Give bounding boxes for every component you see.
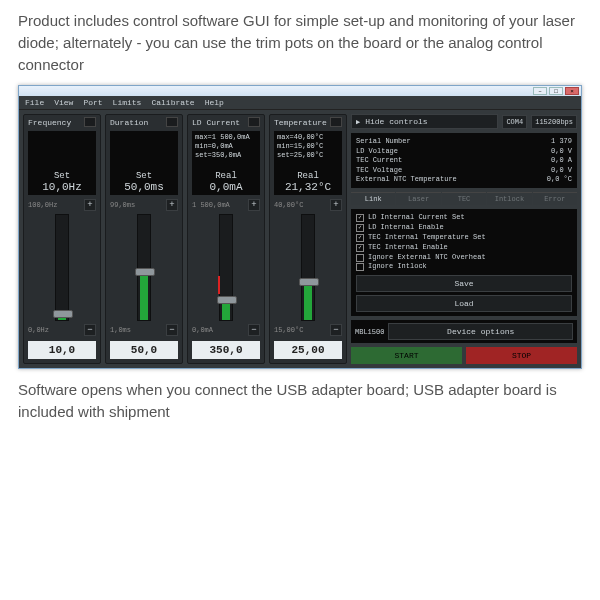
slider-knob[interactable] (217, 296, 237, 304)
slider-track[interactable] (55, 214, 69, 321)
menu-calibrate[interactable]: Calibrate (151, 98, 194, 107)
checkbox-label: Ignore External NTC Overheat (368, 253, 486, 263)
hide-controls-button[interactable]: Hide controls (351, 114, 498, 129)
checkbox[interactable] (356, 254, 364, 262)
load-button[interactable]: Load (356, 295, 572, 312)
channel-toggle[interactable] (248, 117, 260, 127)
tab-link[interactable]: Link (351, 192, 395, 205)
menu-limits[interactable]: Limits (113, 98, 142, 107)
caption-bottom: Software opens when you connect the USB … (18, 379, 582, 423)
tab-intlock[interactable]: Intlock (487, 192, 531, 205)
slider-min: 1,0ms (110, 326, 131, 334)
channel-duration: Duration Set50,0ms 99,0ms+ 1,0ms− 50,0 (105, 114, 183, 364)
close-button[interactable]: × (565, 87, 579, 95)
checkbox-label: TEC Internal Temperature Set (368, 233, 486, 243)
plus-button[interactable]: + (84, 199, 96, 211)
tab-laser[interactable]: Laser (396, 192, 440, 205)
menu-file[interactable]: File (25, 98, 44, 107)
slider-knob[interactable] (53, 310, 73, 318)
channel-display: max=40,00°Cmin=15,00°Cset=25,00°CReal21,… (274, 131, 342, 195)
slider-track[interactable] (219, 214, 233, 321)
device-label: MBL1500 (355, 328, 384, 336)
checkbox-label: LD Internal Enable (368, 223, 444, 233)
minus-button[interactable]: − (330, 324, 342, 336)
info-row: External NTC Temperature0,0 °C (356, 175, 572, 184)
channel-input[interactable]: 10,0 (28, 341, 96, 359)
baud-select[interactable]: 115200bps (531, 115, 577, 129)
channel-input[interactable]: 350,0 (192, 341, 260, 359)
slider-max: 100,0Hz (28, 201, 57, 209)
checkbox-label: LD Internal Current Set (368, 213, 465, 223)
menu-view[interactable]: View (54, 98, 73, 107)
minimize-button[interactable]: – (533, 87, 547, 95)
checkbox-label: TEC Internal Enable (368, 243, 448, 253)
channel-toggle[interactable] (330, 117, 342, 127)
info-row: LD Voltage0,0 V (356, 147, 572, 156)
slider-min: 0,0mA (192, 326, 213, 334)
checkbox-row[interactable]: Ignore External NTC Overheat (356, 253, 572, 263)
plus-button[interactable]: + (248, 199, 260, 211)
checkbox-row[interactable]: TEC Internal Temperature Set (356, 233, 572, 243)
checkbox[interactable] (356, 214, 364, 222)
slider-max: 1 500,0mA (192, 201, 230, 209)
channel-title: Frequency (28, 118, 71, 127)
checkbox[interactable] (356, 263, 364, 271)
slider-max: 99,0ms (110, 201, 135, 209)
minus-button[interactable]: − (248, 324, 260, 336)
menu-help[interactable]: Help (205, 98, 224, 107)
start-button[interactable]: START (351, 347, 462, 364)
channel-frequency: Frequency Set10,0Hz 100,0Hz+ 0,0Hz− 10,0 (23, 114, 101, 364)
checkbox[interactable] (356, 234, 364, 242)
plus-button[interactable]: + (166, 199, 178, 211)
slider-max: 40,00°C (274, 201, 303, 209)
channel-input[interactable]: 50,0 (110, 341, 178, 359)
channel-toggle[interactable] (84, 117, 96, 127)
info-row: TEC Current0,0 A (356, 156, 572, 165)
minus-button[interactable]: − (84, 324, 96, 336)
checkbox-row[interactable]: TEC Internal Enable (356, 243, 572, 253)
slider-min: 0,0Hz (28, 326, 49, 334)
menu-port[interactable]: Port (83, 98, 102, 107)
channel-title: LD Current (192, 118, 240, 127)
info-row: TEC Voltage0,0 V (356, 166, 572, 175)
checkbox-row[interactable]: LD Internal Enable (356, 223, 572, 233)
channel-input[interactable]: 25,00 (274, 341, 342, 359)
window-titlebar: – □ × (19, 86, 581, 96)
channel-toggle[interactable] (166, 117, 178, 127)
channel-display: Set50,0ms (110, 131, 178, 195)
channel-ld-current: LD Current max=1 500,0mAmin=0,0mAset=350… (187, 114, 265, 364)
checkbox-label: Ignore Intlock (368, 262, 427, 272)
save-button[interactable]: Save (356, 275, 572, 292)
channel-title: Duration (110, 118, 148, 127)
checkbox[interactable] (356, 224, 364, 232)
checkbox[interactable] (356, 244, 364, 252)
com-port-select[interactable]: COM4 (502, 115, 527, 129)
device-options-button[interactable]: Device options (388, 323, 573, 340)
channel-title: Temperature (274, 118, 327, 127)
plus-button[interactable]: + (330, 199, 342, 211)
checkbox-row[interactable]: Ignore Intlock (356, 262, 572, 272)
tab-error[interactable]: Error (533, 192, 577, 205)
tab-tec[interactable]: TEC (442, 192, 486, 205)
status-panel: Serial Number1 379LD Voltage0,0 VTEC Cur… (351, 133, 577, 188)
status-tabs: LinkLaserTECIntlockError (351, 192, 577, 205)
caption-top: Product includes control software GUI fo… (18, 10, 582, 75)
checkbox-row[interactable]: LD Internal Current Set (356, 213, 572, 223)
channel-display: Set10,0Hz (28, 131, 96, 195)
channel-temperature: Temperature max=40,00°Cmin=15,00°Cset=25… (269, 114, 347, 364)
settings-panel: LD Internal Current SetLD Internal Enabl… (351, 209, 577, 316)
maximize-button[interactable]: □ (549, 87, 563, 95)
minus-button[interactable]: − (166, 324, 178, 336)
stop-button[interactable]: STOP (466, 347, 577, 364)
info-row: Serial Number1 379 (356, 137, 572, 146)
channel-display: max=1 500,0mAmin=0,0mAset=350,0mAReal0,0… (192, 131, 260, 195)
slider-knob[interactable] (135, 268, 155, 276)
slider-knob[interactable] (299, 278, 319, 286)
slider-track[interactable] (137, 214, 151, 321)
slider-min: 15,00°C (274, 326, 303, 334)
slider-track[interactable] (301, 214, 315, 321)
menubar: File View Port Limits Calibrate Help (19, 96, 581, 110)
app-window: – □ × File View Port Limits Calibrate He… (18, 85, 582, 369)
